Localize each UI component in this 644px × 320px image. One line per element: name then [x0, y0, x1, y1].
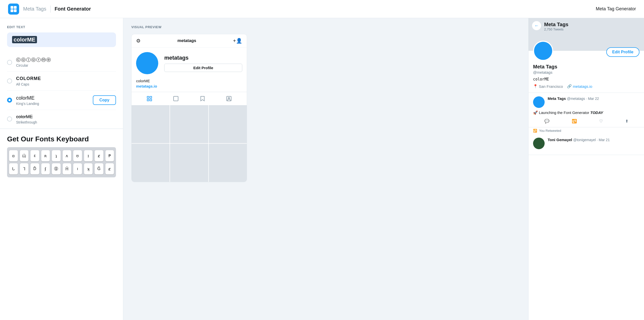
person-tag-icon: [226, 96, 232, 102]
grid-icon: [146, 96, 152, 102]
twitter-meta: 📍 San Francisco 🔗 metatags.io: [533, 84, 639, 89]
tweet-text: 🚀 Launching the Font Generator TODAY: [533, 110, 639, 116]
font-display-strikethrough: colorME: [16, 114, 116, 120]
text-input-wrapper: colorME: [7, 32, 116, 47]
twitter-header-tweets: 2,750 Tweets: [544, 27, 568, 31]
tweet2-author: Toni Gemayel: [548, 138, 572, 142]
ig-photo-grid: [132, 105, 247, 182]
font-option-circular[interactable]: ⓒⓞⓛⓞⓡⓜⓔ Circular: [7, 53, 116, 72]
twitter-edit-profile-button[interactable]: Edit Profile: [606, 47, 639, 57]
twitter-header-name: Meta Tags: [544, 22, 568, 27]
bookmark-icon: [199, 96, 206, 102]
tweet-like-icon[interactable]: ♡: [599, 119, 603, 124]
ig-grid-cell-1: [132, 105, 170, 143]
twitter-website[interactable]: 🔗 metatags.io: [567, 84, 592, 89]
ig-bio-text: colorME: [136, 79, 242, 83]
retweet-text: You Retweeted: [539, 129, 561, 133]
key-8[interactable]: ɪ: [84, 150, 93, 161]
logo-icon[interactable]: [8, 4, 19, 15]
radio-strikethrough[interactable]: [7, 116, 12, 122]
key-3[interactable]: ε: [30, 150, 39, 161]
key-14[interactable]: ʄ: [41, 163, 50, 174]
ig-tab-saved[interactable]: [189, 92, 216, 105]
key-7[interactable]: ʊ: [73, 150, 82, 161]
svg-rect-8: [174, 96, 178, 101]
header-meta-tags-label: Meta Tags: [23, 6, 46, 12]
key-2[interactable]: 山: [20, 150, 29, 161]
ig-settings-icon[interactable]: ⚙: [136, 38, 141, 44]
tweet-share-icon[interactable]: ⬆: [625, 119, 628, 124]
ig-tabs: [132, 92, 247, 105]
copy-button[interactable]: Copy: [93, 95, 116, 105]
key-4[interactable]: ʀ: [41, 150, 50, 161]
ig-bio-link[interactable]: metatags.io: [136, 84, 242, 88]
instagram-preview: ⚙ metatags +👤 metatags Edit Profile colo…: [131, 34, 247, 182]
font-display-allcaps: COLORME: [16, 76, 116, 82]
twitter-header-profile-info: Meta Tags 2,750 Tweets: [544, 22, 568, 31]
tweet-item-2: Toni Gemayel @tonigemayel · Mar 21: [529, 134, 644, 155]
tweet-author: Meta Tags: [548, 96, 566, 101]
ig-grid-cell-5: [170, 144, 208, 182]
key-16[interactable]: Ȟ: [63, 163, 71, 174]
center-panel: VISUAL PREVIEW ⚙ metatags +👤 metatags Ed…: [123, 18, 528, 320]
svg-point-10: [228, 97, 230, 99]
font-option-allcaps[interactable]: COLORME All Caps: [7, 72, 116, 90]
font-style-circular: Circular: [16, 63, 116, 67]
ig-tab-tagged[interactable]: [216, 92, 243, 105]
radio-kings[interactable]: [7, 98, 12, 103]
radio-circular[interactable]: [7, 60, 12, 65]
visual-preview-label: VISUAL PREVIEW: [131, 25, 520, 29]
radio-allcaps[interactable]: [7, 78, 12, 84]
tweet2-avatar: [533, 138, 545, 149]
tweet-reply-icon[interactable]: 💬: [544, 119, 549, 124]
svg-rect-2: [11, 9, 13, 12]
key-9[interactable]: ȼ: [95, 150, 103, 161]
key-15[interactable]: ⓖ: [52, 163, 61, 174]
key-5[interactable]: ʇ: [52, 150, 61, 161]
ig-add-user-icon[interactable]: +👤: [233, 38, 242, 44]
svg-rect-7: [150, 99, 152, 101]
twitter-back-button[interactable]: ←: [532, 21, 541, 30]
location-icon: 📍: [533, 84, 538, 89]
link-icon: 🔗: [567, 84, 572, 89]
text-input-highlighted[interactable]: colorME: [12, 36, 37, 43]
key-17[interactable]: ı: [73, 163, 82, 174]
tweet-avatar: [533, 96, 545, 108]
tweet-header: Meta Tags @metatags · Mar 22: [533, 96, 639, 108]
key-13[interactable]: Ď: [30, 163, 39, 174]
key-1[interactable]: ɑ: [9, 150, 18, 161]
font-option-strikethrough[interactable]: colorME Strikethrough: [7, 110, 116, 128]
twitter-header-banner: ← Meta Tags 2,750 Tweets Edit Profile: [529, 18, 644, 51]
font-style-strikethrough: Strikethrough: [16, 120, 116, 124]
main-layout: EDIT TEXT colorME ⓒⓞⓛⓞⓡⓜⓔ Circular COLOR…: [0, 18, 644, 320]
key-6[interactable]: ʌ: [63, 150, 71, 161]
ig-tab-reels[interactable]: [163, 92, 189, 105]
key-10[interactable]: Ᵽ: [105, 150, 114, 161]
key-18[interactable]: ʞ: [84, 163, 93, 174]
ig-bio: colorME metatags.io: [132, 79, 247, 92]
header-nav-link[interactable]: Meta Tag Generator: [596, 6, 636, 12]
ig-tab-grid[interactable]: [136, 92, 163, 105]
twitter-website-link[interactable]: metatags.io: [573, 84, 592, 89]
twitter-location: 📍 San Francisco: [533, 84, 563, 89]
ig-edit-profile-button[interactable]: Edit Profile: [164, 64, 242, 72]
tweet-item-1: Meta Tags @metatags · Mar 22 🚀 Launching…: [529, 93, 644, 127]
key-20[interactable]: ȼ: [105, 163, 114, 174]
tweet-retweet-icon[interactable]: 🔁: [572, 119, 577, 124]
key-12[interactable]: ᒣ: [20, 163, 29, 174]
tweet2-header: Toni Gemayel @tonigemayel · Mar 21: [533, 138, 639, 149]
svg-rect-4: [147, 96, 149, 98]
keyboard-promo: Get Our Fonts Keyboard ɑ 山 ε ʀ ʇ ʌ ʊ ɪ ȼ…: [0, 128, 123, 177]
ig-grid-cell-2: [170, 105, 208, 143]
svg-rect-1: [14, 6, 17, 9]
key-11[interactable]: ᒐ: [9, 163, 18, 174]
app-header: Meta Tags Font Generator Meta Tag Genera…: [0, 0, 644, 18]
ig-profile-right: metatags Edit Profile: [164, 55, 242, 72]
keyboard-title: Get Our Fonts Keyboard: [7, 135, 116, 143]
ig-grid-cell-3: [209, 105, 247, 143]
tweet-handle-date: @metatags · Mar 22: [567, 97, 599, 101]
font-option-kings[interactable]: colorME King's Landing Copy: [7, 91, 116, 110]
key-19[interactable]: Ğ: [95, 163, 103, 174]
svg-rect-6: [147, 99, 149, 101]
tweet2-meta: Toni Gemayel @tonigemayel · Mar 21: [548, 138, 639, 142]
